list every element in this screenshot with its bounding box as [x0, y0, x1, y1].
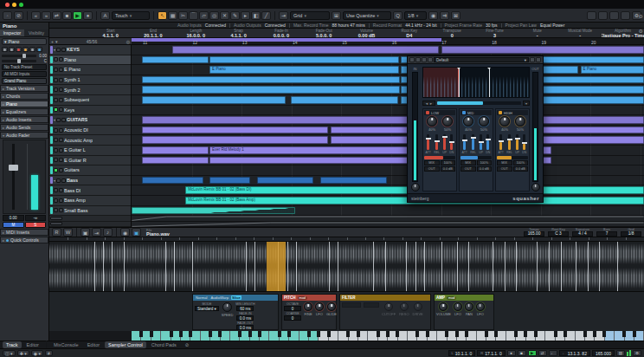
quantize-value-dropdown[interactable]: 1/8▾	[404, 11, 427, 20]
clip-bass[interactable]	[257, 177, 313, 185]
inspector-section-audio-inserts[interactable]: ▸Audio Inserts	[0, 116, 48, 123]
zoom-window-button[interactable]	[19, 3, 23, 7]
track-header-guitars[interactable]: Guitars	[49, 166, 132, 176]
track-mute-button[interactable]	[54, 128, 58, 133]
plugin-preset-dropdown[interactable]: Default▾	[434, 57, 529, 62]
clip-subsequent[interactable]	[527, 96, 644, 104]
track-solo-button[interactable]	[59, 78, 63, 82]
CUTOFF-knob[interactable]	[384, 302, 393, 311]
inspector-section-piano[interactable]: ▸Piano	[0, 101, 48, 107]
read-automation-button[interactable]: R	[52, 228, 61, 237]
window-layout-button-3[interactable]	[609, 11, 619, 20]
piano-key-black[interactable]	[189, 331, 192, 337]
infoline-field-end[interactable]: End20.1.1. 0	[132, 29, 174, 37]
track-mute-button[interactable]	[54, 98, 58, 102]
snap-type-dropdown[interactable]: Grid▾	[290, 11, 330, 20]
zone-tab-editor[interactable]: Editor	[84, 341, 103, 348]
warp-marker[interactable]	[329, 242, 330, 291]
band-row-value[interactable]: 0.0 dB	[477, 166, 493, 172]
piano-key-black[interactable]	[317, 331, 320, 337]
transport-forward-button[interactable]: »	[42, 11, 51, 20]
auto-listen-dropdown[interactable]: ▾	[523, 101, 530, 106]
sample-field-tempo[interactable]: Tempo165.00	[524, 228, 544, 237]
range-tool-button[interactable]: ▦	[168, 11, 177, 20]
track-solo-button[interactable]	[59, 138, 63, 142]
routing-row-1[interactable]: All MIDI Inputs	[2, 71, 47, 77]
track-lane-small-bass[interactable]	[132, 206, 644, 217]
piano-key-black[interactable]	[278, 331, 281, 337]
clip-keys[interactable]	[441, 46, 644, 54]
split-tool-button[interactable]: ✂	[178, 11, 188, 20]
pitch-field-coarse[interactable]: COARSE0	[284, 312, 301, 321]
band-row-value[interactable]: 0.0 dB	[513, 166, 529, 172]
inspector-section-midi-inserts[interactable]: ▸MIDI Inserts	[0, 229, 48, 236]
track-header-synth-2[interactable]: Synth 2	[49, 85, 132, 95]
knob[interactable]	[463, 116, 473, 127]
clip-piano[interactable]	[209, 56, 399, 64]
DRIVE-knob[interactable]	[414, 302, 422, 311]
volume-slider[interactable]	[2, 55, 36, 57]
warp-marker[interactable]	[94, 242, 95, 291]
crossfade-button[interactable]: ⊠	[451, 11, 460, 20]
fader-value[interactable]: 0.00	[3, 215, 24, 221]
project-setup-button[interactable]: ⊘	[14, 11, 23, 20]
track-header-bass[interactable]: ▾Bass	[49, 176, 132, 186]
sample-waveform[interactable]	[49, 242, 644, 291]
warp-marker[interactable]	[537, 242, 538, 291]
knob[interactable]	[479, 116, 489, 127]
mini-stop-button[interactable]: ■	[518, 350, 526, 356]
quantize-icon[interactable]: ⊞	[332, 11, 341, 20]
track-mute-button[interactable]	[56, 48, 61, 52]
speed-knob[interactable]	[222, 302, 232, 312]
piano-key-black[interactable]	[170, 331, 173, 337]
track-header-subsequent[interactable]: Subsequent	[49, 95, 132, 106]
snap-editor-button[interactable]: ⇥	[92, 228, 101, 237]
track-mute-button[interactable]	[54, 158, 58, 162]
infoline-field-fade-in[interactable]: Fade-In0.0.0. 0	[260, 29, 302, 37]
folder-open-icon[interactable]: ▾	[54, 48, 55, 52]
track-search-icon[interactable]: ◎	[126, 39, 130, 44]
plugin-close-button[interactable]	[536, 57, 541, 62]
track-solo-button[interactable]	[59, 98, 63, 102]
track-lane-guitars[interactable]	[132, 115, 644, 126]
statusline-value[interactable]: Connected	[205, 23, 226, 28]
input-gain-knob[interactable]	[411, 183, 420, 191]
routing-row-2[interactable]: Grand Piano	[2, 78, 47, 84]
infoline-field-start[interactable]: Start4.1.1. 0	[89, 29, 132, 37]
band-slider-UP[interactable]: UP	[442, 134, 447, 155]
sample-field-root-key[interactable]: Root KeyC 3	[548, 228, 569, 237]
infoline-field-length[interactable]: Length16.0.0. 0	[175, 29, 217, 37]
tempo-display[interactable]: 165.000	[592, 350, 615, 356]
warp-marker[interactable]	[103, 242, 104, 291]
clip-synth-1[interactable]	[142, 76, 400, 84]
warp-marker[interactable]	[516, 242, 517, 291]
close-window-button[interactable]	[5, 3, 10, 7]
track-mute-button[interactable]	[54, 198, 58, 203]
draw-tool-button[interactable]: ✎	[230, 11, 240, 20]
track-solo-button[interactable]	[59, 208, 63, 212]
warp-marker[interactable]	[296, 242, 297, 291]
track-header-e-guitar-r[interactable]: E Guitar R	[49, 156, 132, 166]
LFO-knob[interactable]	[476, 302, 485, 311]
track-mute-button[interactable]	[54, 188, 58, 192]
warp-marker[interactable]	[415, 242, 416, 291]
warp-marker[interactable]	[561, 242, 562, 291]
inspector-tab-visibility[interactable]: Visibility	[24, 29, 48, 36]
track-button-4[interactable]	[29, 47, 35, 52]
mini-cycle-button[interactable]: ⇄	[538, 350, 547, 356]
track-header-e-piano[interactable]: E Piano	[49, 65, 132, 75]
track-solo-button[interactable]	[59, 158, 63, 162]
warp-marker[interactable]	[174, 242, 175, 291]
right-locator[interactable]: R17.1.1. 0	[477, 350, 505, 356]
warp-marker[interactable]	[112, 242, 113, 291]
piano-key-black[interactable]	[396, 331, 399, 337]
window-layout-button-2[interactable]	[598, 11, 608, 20]
clip-small-bass[interactable]	[132, 207, 295, 215]
statusline-value[interactable]: 88 hours 47 mins	[332, 23, 364, 28]
track-header-bass-di[interactable]: Bass DI	[49, 185, 132, 196]
sample-field-signature[interactable]: Signature4 / 4	[572, 228, 593, 237]
warp-marker[interactable]	[192, 242, 193, 291]
zone-setup-icon[interactable]: ⊘	[182, 341, 193, 348]
sample-file[interactable]: File Piano.wav	[146, 229, 170, 237]
sample-field-grid[interactable]: Grid1/8	[621, 228, 641, 237]
